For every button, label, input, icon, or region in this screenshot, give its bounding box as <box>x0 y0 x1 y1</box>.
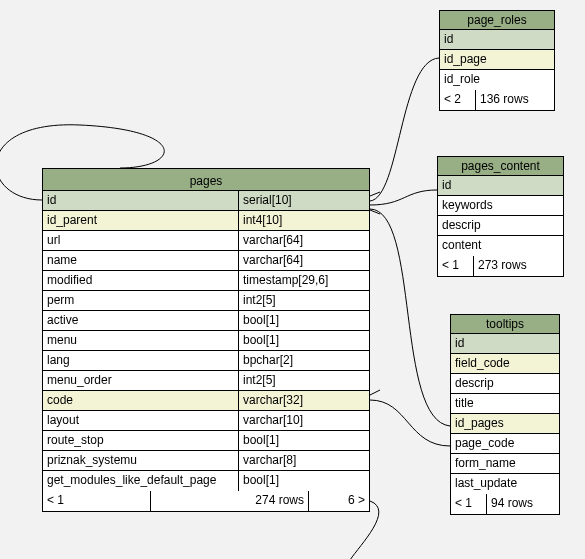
table-pages-columns: idserial[10]id_parentint4[10]urlvarchar[… <box>43 191 369 491</box>
table-page-roles[interactable]: page_roles idid_pageid_role < 2 136 rows <box>439 10 555 111</box>
column-name: get_modules_like_default_page <box>43 471 239 491</box>
table-tooltips-title: tooltips <box>451 315 559 334</box>
column-name: id <box>440 30 554 49</box>
column-type: bool[1] <box>239 311 369 330</box>
pager-prev[interactable]: < 1 <box>43 491 151 511</box>
column-row[interactable]: last_update <box>451 474 559 494</box>
column-type: varchar[64] <box>239 231 369 250</box>
column-row[interactable]: urlvarchar[64] <box>43 231 369 251</box>
column-name: code <box>43 391 239 410</box>
column-name: perm <box>43 291 239 310</box>
column-row[interactable]: id <box>438 176 563 196</box>
column-name: priznak_systemu <box>43 451 239 470</box>
column-row[interactable]: descrip <box>451 374 559 394</box>
column-name: name <box>43 251 239 270</box>
column-row[interactable]: keywords <box>438 196 563 216</box>
column-name: content <box>438 236 563 256</box>
column-type: bool[1] <box>239 431 369 450</box>
table-tooltips[interactable]: tooltips idfield_codedescriptitleid_page… <box>450 314 560 515</box>
column-type: varchar[32] <box>239 391 369 410</box>
column-name: id_role <box>440 70 554 90</box>
column-name: modified <box>43 271 239 290</box>
table-page-roles-title: page_roles <box>440 11 554 30</box>
pager-prev[interactable]: < 1 <box>438 256 474 276</box>
column-type: varchar[8] <box>239 451 369 470</box>
column-row[interactable]: title <box>451 394 559 414</box>
column-name: descrip <box>451 374 559 393</box>
column-name: id_page <box>440 50 554 69</box>
row-count: 94 rows <box>487 494 559 514</box>
column-row[interactable]: codevarchar[32] <box>43 391 369 411</box>
column-row[interactable]: namevarchar[64] <box>43 251 369 271</box>
column-name: menu_order <box>43 371 239 390</box>
column-name: layout <box>43 411 239 430</box>
table-tooltips-footer: < 1 94 rows <box>451 494 559 514</box>
column-row[interactable]: content <box>438 236 563 256</box>
column-type: int2[5] <box>239 371 369 390</box>
table-pages[interactable]: pages idserial[10]id_parentint4[10]urlva… <box>42 168 370 512</box>
column-row[interactable]: layoutvarchar[10] <box>43 411 369 431</box>
column-type: bool[1] <box>239 471 369 491</box>
column-name: lang <box>43 351 239 370</box>
column-type: varchar[64] <box>239 251 369 270</box>
column-type: bool[1] <box>239 331 369 350</box>
column-row[interactable]: idserial[10] <box>43 191 369 211</box>
column-name: route_stop <box>43 431 239 450</box>
column-name: id_pages <box>451 414 559 433</box>
column-name: url <box>43 231 239 250</box>
column-name: descrip <box>438 216 563 235</box>
column-name: form_name <box>451 454 559 473</box>
column-name: keywords <box>438 196 563 215</box>
column-row[interactable]: id_pages <box>451 414 559 434</box>
table-pages-content-title: pages_content <box>438 157 563 176</box>
column-type: int2[5] <box>239 291 369 310</box>
table-page-roles-columns: idid_pageid_role <box>440 30 554 90</box>
column-row[interactable]: id <box>440 30 554 50</box>
table-page-roles-footer: < 2 136 rows <box>440 90 554 110</box>
column-row[interactable]: id_page <box>440 50 554 70</box>
column-row[interactable]: get_modules_like_default_pagebool[1] <box>43 471 369 491</box>
column-name: active <box>43 311 239 330</box>
pager-prev[interactable]: < 2 <box>440 90 476 110</box>
column-name: menu <box>43 331 239 350</box>
column-row[interactable]: form_name <box>451 454 559 474</box>
column-name: id_parent <box>43 211 239 230</box>
column-name: title <box>451 394 559 413</box>
column-type: int4[10] <box>239 211 369 230</box>
column-type: serial[10] <box>239 191 369 210</box>
column-row[interactable]: menu_orderint2[5] <box>43 371 369 391</box>
column-type: varchar[10] <box>239 411 369 430</box>
column-row[interactable]: id <box>451 334 559 354</box>
column-row[interactable]: route_stopbool[1] <box>43 431 369 451</box>
row-count: 274 rows <box>151 491 309 511</box>
column-row[interactable]: langbpchar[2] <box>43 351 369 371</box>
column-row[interactable]: permint2[5] <box>43 291 369 311</box>
column-name: id <box>438 176 563 195</box>
table-pages-content-footer: < 1 273 rows <box>438 256 563 276</box>
pager-next[interactable]: 6 > <box>309 491 369 511</box>
column-row[interactable]: modifiedtimestamp[29,6] <box>43 271 369 291</box>
column-row[interactable]: id_parentint4[10] <box>43 211 369 231</box>
column-row[interactable]: page_code <box>451 434 559 454</box>
column-row[interactable]: priznak_systemuvarchar[8] <box>43 451 369 471</box>
column-row[interactable]: id_role <box>440 70 554 90</box>
column-name: field_code <box>451 354 559 373</box>
column-type: timestamp[29,6] <box>239 271 369 290</box>
table-pages-title: pages <box>43 169 369 191</box>
table-pages-content[interactable]: pages_content idkeywordsdescripcontent <… <box>437 156 564 277</box>
column-row[interactable]: descrip <box>438 216 563 236</box>
column-row[interactable]: field_code <box>451 354 559 374</box>
row-count: 136 rows <box>476 90 554 110</box>
column-row[interactable]: menubool[1] <box>43 331 369 351</box>
column-name: id <box>451 334 559 353</box>
row-count: 273 rows <box>474 256 563 276</box>
table-tooltips-columns: idfield_codedescriptitleid_pagespage_cod… <box>451 334 559 494</box>
column-name: id <box>43 191 239 210</box>
column-row[interactable]: activebool[1] <box>43 311 369 331</box>
pager-prev[interactable]: < 1 <box>451 494 487 514</box>
column-name: last_update <box>451 474 559 494</box>
column-type: bpchar[2] <box>239 351 369 370</box>
column-name: page_code <box>451 434 559 453</box>
table-pages-content-columns: idkeywordsdescripcontent <box>438 176 563 256</box>
table-pages-footer: < 1 274 rows 6 > <box>43 491 369 511</box>
